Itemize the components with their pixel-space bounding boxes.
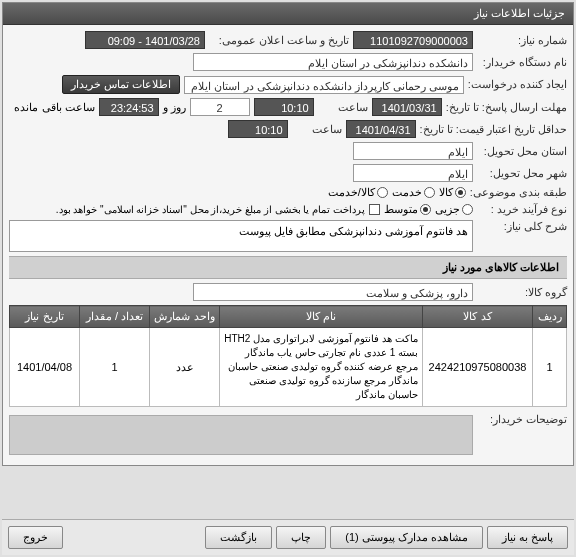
items-section-title: اطلاعات کالاهای مورد نیاز <box>9 256 567 279</box>
buyer-label: نام دستگاه خریدار: <box>477 56 567 69</box>
panel-body: شماره نیاز: 1101092709000003 تاریخ و ساع… <box>3 25 573 465</box>
attachments-button[interactable]: مشاهده مدارک پیوستی (1) <box>330 526 483 549</box>
radio-khadamat[interactable]: خدمت <box>392 186 435 199</box>
validity-time: 10:10 <box>228 120 288 138</box>
announce-value: 1401/03/28 - 09:09 <box>85 31 205 49</box>
payment-note: پرداخت تمام یا بخشی از مبلغ خرید،از محل … <box>56 204 365 215</box>
table-header-row: ردیف کد کالا نام کالا واحد شمارش تعداد /… <box>10 306 567 328</box>
bottom-bar: پاسخ به نیاز مشاهده مدارک پیوستی (1) چاپ… <box>2 519 574 555</box>
th-qty: تعداد / مقدار <box>80 306 150 328</box>
cell-date: 1401/04/08 <box>10 328 80 407</box>
deadline-date: 1401/03/31 <box>372 98 442 116</box>
radio-motavaset[interactable]: متوسط <box>384 203 431 216</box>
reply-button[interactable]: پاسخ به نیاز <box>487 526 568 549</box>
creator-value: موسی رحمانی کارپرداز دانشکده دندانپزشکی … <box>184 76 464 94</box>
days-label: روز و <box>163 101 186 114</box>
validity-date: 1401/04/31 <box>346 120 416 138</box>
group-value: دارو، پزشکی و سلامت <box>193 283 473 301</box>
cell-idx: 1 <box>533 328 567 407</box>
radio-dot-icon <box>455 187 466 198</box>
panel-title: جزئیات اطلاعات نیاز <box>3 3 573 25</box>
cell-qty: 1 <box>80 328 150 407</box>
days-count: 2 <box>190 98 250 116</box>
radio-dot-icon <box>462 204 473 215</box>
province-label: استان محل تحویل: <box>477 145 567 158</box>
th-idx: ردیف <box>533 306 567 328</box>
back-button[interactable]: بازگشت <box>205 526 272 549</box>
desc-label: شرح کلی نیاز: <box>477 220 567 233</box>
need-no-label: شماره نیاز: <box>477 34 567 47</box>
radio-dot-icon <box>424 187 435 198</box>
city-value: ایلام <box>353 164 473 182</box>
creator-label: ایجاد کننده درخواست: <box>468 78 567 91</box>
payment-checkbox[interactable] <box>369 204 380 215</box>
th-unit: واحد شمارش <box>150 306 220 328</box>
cell-code: 2424210975080038 <box>423 328 533 407</box>
items-table: ردیف کد کالا نام کالا واحد شمارش تعداد /… <box>9 305 567 407</box>
table-row[interactable]: 1 2424210975080038 ماکت هد فانتوم آموزشی… <box>10 328 567 407</box>
city-label: شهر محل تحویل: <box>477 167 567 180</box>
print-button[interactable]: چاپ <box>276 526 326 549</box>
cell-name: ماکت هد فانتوم آموزشی لابراتواری مدل HTH… <box>220 328 423 407</box>
th-date: تاریخ نیاز <box>10 306 80 328</box>
category-label: طبقه بندی موضوعی: <box>470 186 567 199</box>
province-value: ایلام <box>353 142 473 160</box>
th-name: نام کالا <box>220 306 423 328</box>
countdown: 23:24:53 <box>99 98 159 116</box>
radio-dot-icon <box>420 204 431 215</box>
time-label-1: ساعت <box>318 101 368 114</box>
remain-label: ساعت باقی مانده <box>14 101 94 114</box>
buyer-value: دانشکده دندانپزشکی در استان ایلام <box>193 53 473 71</box>
radio-kala-khadamat[interactable]: کالا/خدمت <box>328 186 388 199</box>
contact-button[interactable]: اطلاعات تماس خریدار <box>62 75 180 94</box>
process-label: نوع فرآیند خرید : <box>477 203 567 216</box>
radio-dot-icon <box>377 187 388 198</box>
cell-unit: عدد <box>150 328 220 407</box>
buyer-notes-label: توضیحات خریدار: <box>477 413 567 426</box>
group-label: گروه کالا: <box>477 286 567 299</box>
radio-kala[interactable]: کالا <box>439 186 466 199</box>
buyer-notes-box <box>9 415 473 455</box>
deadline-label: مهلت ارسال پاسخ: تا تاریخ: <box>446 101 567 114</box>
need-no-value: 1101092709000003 <box>353 31 473 49</box>
announce-label: تاریخ و ساعت اعلان عمومی: <box>209 34 349 47</box>
main-panel: جزئیات اطلاعات نیاز شماره نیاز: 11010927… <box>2 2 574 466</box>
radio-jozei[interactable]: جزیی <box>435 203 473 216</box>
th-code: کد کالا <box>423 306 533 328</box>
exit-button[interactable]: خروج <box>8 526 63 549</box>
deadline-time: 10:10 <box>254 98 314 116</box>
time-label-2: ساعت <box>292 123 342 136</box>
desc-text: هد فانتوم آموزشی دندانپزشکی مطابق فایل پ… <box>9 220 473 252</box>
validity-label: حداقل تاریخ اعتبار قیمت: تا تاریخ: <box>420 123 567 136</box>
